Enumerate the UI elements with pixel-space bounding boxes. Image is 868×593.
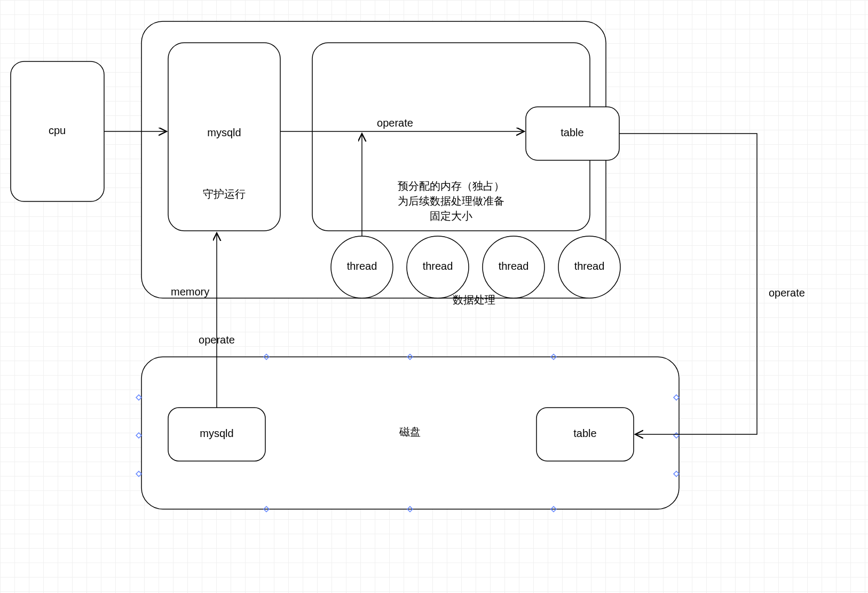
memory-label: memory (171, 286, 209, 298)
cpu-label: cpu (49, 124, 66, 136)
threads-caption: 数据处理 (453, 294, 495, 306)
mysqld-memory-sublabel: 守护运行 (203, 188, 246, 200)
disk-label: 磁盘 (399, 426, 421, 438)
table-disk-label: table (573, 427, 596, 439)
thread-label-3: thread (574, 260, 605, 272)
buffer-line-2: 固定大小 (430, 210, 472, 222)
thread-label-1: thread (423, 260, 453, 272)
edge-table-mem-to-disk-label: operate (769, 287, 805, 299)
edge-mysqld-to-table-label: operate (377, 117, 413, 129)
edge-mysqld-disk-to-mem-label: operate (199, 334, 235, 346)
buffer-line-0: 预分配的内存（独占） (398, 180, 504, 192)
thread-label-0: thread (347, 260, 377, 272)
thread-label-2: thread (499, 260, 529, 272)
mysqld-memory-label: mysqld (207, 127, 241, 138)
mysqld-disk-label: mysqld (200, 427, 233, 439)
buffer-line-1: 为后续数据处理做准备 (398, 195, 504, 207)
table-memory-label: table (561, 127, 583, 138)
